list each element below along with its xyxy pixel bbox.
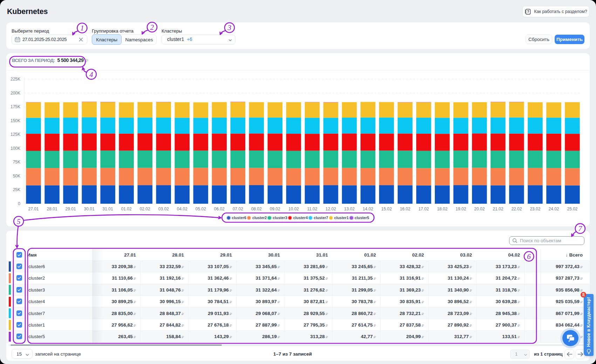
svg-text:2: 2 — [150, 23, 154, 31]
svg-text:5: 5 — [17, 217, 21, 226]
svg-text:7: 7 — [578, 224, 583, 233]
svg-text:1: 1 — [80, 24, 84, 32]
svg-text:3: 3 — [227, 23, 232, 32]
svg-text:4: 4 — [89, 70, 93, 79]
svg-text:6: 6 — [527, 252, 531, 261]
